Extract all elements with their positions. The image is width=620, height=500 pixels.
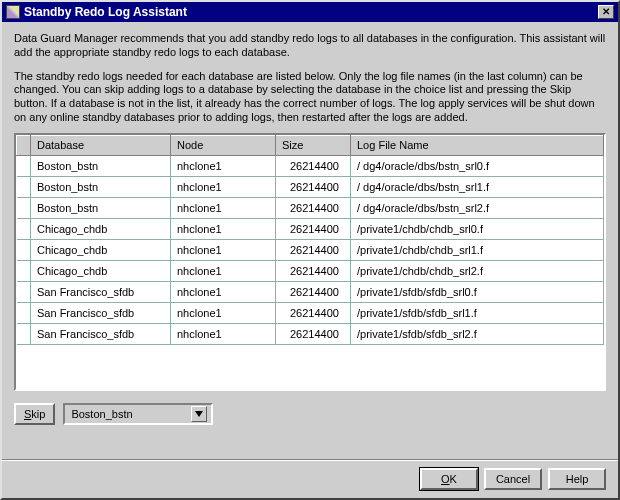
cell-database: San Francisco_sfdb — [31, 302, 171, 323]
col-filename-header[interactable]: Log File Name — [351, 135, 604, 155]
table-row[interactable]: San Francisco_sfdbnhclone126214400/priva… — [17, 302, 604, 323]
help-button[interactable]: Help — [548, 468, 606, 490]
cell-size: 26214400 — [276, 155, 351, 176]
row-handle[interactable] — [17, 197, 31, 218]
cell-node: nhclone1 — [171, 281, 276, 302]
cell-node: nhclone1 — [171, 323, 276, 344]
row-handle[interactable] — [17, 176, 31, 197]
cell-size: 26214400 — [276, 176, 351, 197]
col-database-header[interactable]: Database — [31, 135, 171, 155]
database-combo[interactable]: Boston_bstn — [63, 403, 213, 425]
cell-filename[interactable]: /private1/sfdb/sfdb_srl1.f — [351, 302, 604, 323]
cell-database: Boston_bstn — [31, 155, 171, 176]
svg-marker-0 — [195, 411, 203, 417]
row-handle[interactable] — [17, 239, 31, 260]
cell-size: 26214400 — [276, 302, 351, 323]
row-handle[interactable] — [17, 260, 31, 281]
table-row[interactable]: Chicago_chdbnhclone126214400/private1/ch… — [17, 239, 604, 260]
cell-filename[interactable]: / dg4/oracle/dbs/bstn_srl2.f — [351, 197, 604, 218]
skip-label-rest: kip — [31, 408, 45, 420]
row-handle-header — [17, 135, 31, 155]
cell-database: Boston_bstn — [31, 176, 171, 197]
dialog-window: Standby Redo Log Assistant ✕ Data Guard … — [0, 0, 620, 500]
cell-node: nhclone1 — [171, 176, 276, 197]
cell-size: 26214400 — [276, 218, 351, 239]
cell-database: Chicago_chdb — [31, 260, 171, 281]
combo-selected: Boston_bstn — [71, 408, 132, 420]
cell-database: Chicago_chdb — [31, 218, 171, 239]
skip-row: Skip Boston_bstn — [14, 403, 606, 425]
cell-filename[interactable]: /private1/chdb/chdb_srl2.f — [351, 260, 604, 281]
row-handle[interactable] — [17, 281, 31, 302]
table-row[interactable]: Boston_bstnnhclone126214400/ dg4/oracle/… — [17, 155, 604, 176]
button-bar: OK Cancel Help — [2, 459, 618, 498]
table-row[interactable]: San Francisco_sfdbnhclone126214400/priva… — [17, 281, 604, 302]
cell-node: nhclone1 — [171, 239, 276, 260]
skip-mnemonic: S — [24, 408, 31, 420]
cell-database: San Francisco_sfdb — [31, 281, 171, 302]
cell-node: nhclone1 — [171, 302, 276, 323]
col-node-header[interactable]: Node — [171, 135, 276, 155]
row-handle[interactable] — [17, 323, 31, 344]
cell-node: nhclone1 — [171, 260, 276, 281]
table-row[interactable]: Boston_bstnnhclone126214400/ dg4/oracle/… — [17, 197, 604, 218]
table-row[interactable]: Chicago_chdbnhclone126214400/private1/ch… — [17, 260, 604, 281]
cell-filename[interactable]: /private1/chdb/chdb_srl1.f — [351, 239, 604, 260]
cell-size: 26214400 — [276, 281, 351, 302]
table-row[interactable]: Chicago_chdbnhclone126214400/private1/ch… — [17, 218, 604, 239]
close-icon[interactable]: ✕ — [598, 5, 614, 19]
content-area: Data Guard Manager recommends that you a… — [2, 22, 618, 459]
row-handle[interactable] — [17, 302, 31, 323]
intro-text: Data Guard Manager recommends that you a… — [14, 32, 606, 60]
cell-database: Boston_bstn — [31, 197, 171, 218]
cell-size: 26214400 — [276, 323, 351, 344]
table-row[interactable]: Boston_bstnnhclone126214400/ dg4/oracle/… — [17, 176, 604, 197]
cell-filename[interactable]: /private1/sfdb/sfdb_srl0.f — [351, 281, 604, 302]
cell-filename[interactable]: /private1/chdb/chdb_srl0.f — [351, 218, 604, 239]
table-row[interactable]: San Francisco_sfdbnhclone126214400/priva… — [17, 323, 604, 344]
log-table: Database Node Size Log File Name Boston_… — [14, 133, 606, 391]
row-handle[interactable] — [17, 218, 31, 239]
app-icon — [6, 5, 20, 19]
titlebar: Standby Redo Log Assistant ✕ — [2, 2, 618, 22]
row-handle[interactable] — [17, 155, 31, 176]
ok-button[interactable]: OK — [420, 468, 478, 490]
ok-mnemonic: O — [441, 473, 450, 485]
window-title: Standby Redo Log Assistant — [24, 5, 187, 19]
ok-label-rest: K — [450, 473, 457, 485]
cell-size: 26214400 — [276, 239, 351, 260]
cell-filename[interactable]: / dg4/oracle/dbs/bstn_srl1.f — [351, 176, 604, 197]
cancel-button[interactable]: Cancel — [484, 468, 542, 490]
chevron-down-icon[interactable] — [191, 406, 207, 422]
cell-node: nhclone1 — [171, 218, 276, 239]
col-size-header[interactable]: Size — [276, 135, 351, 155]
cell-database: San Francisco_sfdb — [31, 323, 171, 344]
cell-size: 26214400 — [276, 197, 351, 218]
cell-filename[interactable]: /private1/sfdb/sfdb_srl2.f — [351, 323, 604, 344]
skip-button[interactable]: Skip — [14, 403, 55, 425]
cell-size: 26214400 — [276, 260, 351, 281]
description-text: The standby redo logs needed for each da… — [14, 70, 606, 125]
cell-node: nhclone1 — [171, 197, 276, 218]
cell-node: nhclone1 — [171, 155, 276, 176]
cell-database: Chicago_chdb — [31, 239, 171, 260]
cell-filename[interactable]: / dg4/oracle/dbs/bstn_srl0.f — [351, 155, 604, 176]
